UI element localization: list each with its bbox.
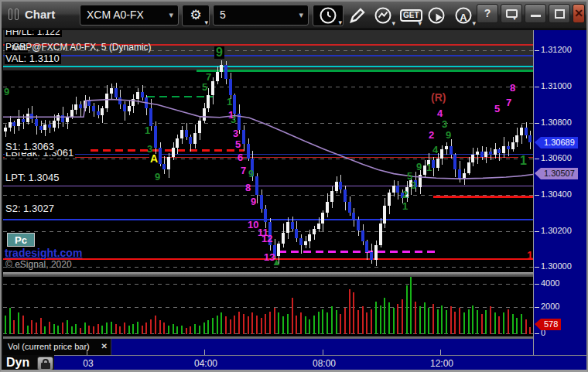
alerts-button[interactable]: A ▾ [450,5,477,26]
time-template-button[interactable]: ▾ [313,5,344,26]
gear-icon: ⚙ [190,8,201,22]
volume-bar [67,320,68,334]
volume-bar [220,312,222,334]
axis-tick [535,87,539,87]
volume-bar [296,316,297,334]
chevron-down-icon: ▾ [391,20,395,26]
volume-bar [313,316,315,334]
chevron-down-icon: ▾ [169,5,173,25]
minimize-button[interactable] [525,4,546,23]
volume-bar [207,320,209,334]
chevron-down-icon: ▾ [472,20,476,26]
time-axis[interactable]: 0304:0008:0012:00 [54,355,588,372]
volume-bar [432,304,434,334]
volume-bar [36,323,37,334]
symbol-dropdown[interactable]: XCM A0-FX ▾ [80,5,179,26]
play-button[interactable] [424,5,449,26]
volume-bar [481,314,483,334]
volume-bar [199,326,200,334]
wave-label: 8 [510,83,515,93]
volume-bar [163,323,165,334]
volume-study-tab[interactable]: Vol (current price bar) ✕ [3,339,111,355]
wave-label: 2 [429,130,434,140]
settings-button[interactable]: ⚙ ▾ [182,5,210,26]
close-tab-icon[interactable]: ✕ [101,339,108,354]
axis-tick [535,159,539,159]
axis-tick [535,267,539,268]
wave-label: 4 [437,108,443,118]
studies-button[interactable]: ▾ [370,5,396,26]
volume-bar [243,314,244,334]
wave-label: ▲ [272,257,282,267]
axis-tick [535,231,539,232]
wave-label: (R) [431,93,446,103]
close-button[interactable]: ✕ [573,4,585,23]
title-bar: Chart XCM A0-FX ▾ ⚙ ▾ 5 ▾ ▾ [2,2,586,29]
wave-label: 1 [426,162,432,172]
price-chart-panel[interactable]: 913A9975139135678910111213▲(R)4239491532… [3,30,533,272]
popout-button[interactable] [501,4,522,23]
pencil-icon [347,6,366,25]
time-label: 08:00 [313,358,336,369]
maximize-button[interactable] [549,4,570,23]
volume-panel[interactable] [3,277,533,336]
volume-bar [318,312,320,334]
volume-bar [194,324,196,334]
axis-label: 1.30200 [541,226,572,235]
wave-label: 3 [442,119,447,129]
volume-bar [498,316,500,334]
volume-bar [176,326,178,334]
interval-value: 5 [220,9,226,21]
volume-bar [309,319,310,335]
volume-bar [203,323,205,334]
volume-bar [230,319,231,335]
wave-label: A [149,154,159,164]
volume-bar [410,277,412,334]
volume-bar [305,316,306,334]
volume-bar [336,310,337,334]
get-data-button[interactable]: GET ▾ [398,5,422,26]
volume-bar [278,312,279,334]
axis-label: 1.31200 [541,45,572,54]
help-icon: ? [484,7,491,19]
wave-label: 2 [402,189,408,200]
wave-label: 9 [446,130,451,140]
volume-bar [516,318,518,334]
line-study-icon [375,8,391,24]
wave-label: 5 [494,104,500,114]
volume-bar [450,306,452,334]
volume-bar [132,324,134,334]
wave-label: 1 [145,125,150,135]
volume-bar [428,308,429,334]
watermark-link[interactable]: tradesight.com [5,247,82,259]
axis-label: 1.30800 [541,118,572,127]
draw-button[interactable] [345,5,368,26]
price-axis[interactable]: 1.312001.310001.308001.306001.304001.302… [533,30,588,372]
volume-bar [477,310,478,334]
wave-label: 9 [416,162,422,172]
volume-bar [326,312,328,334]
volume-bar [9,308,11,334]
lpt-level-label: LPT: 1.3045 [5,172,60,183]
volume-bar [274,308,275,334]
interval-dropdown[interactable]: 5 ▾ [213,5,309,26]
volume-bar [190,326,191,334]
axis-label: 1.30600 [541,153,572,162]
wave-label: 1 [402,201,408,211]
lock-button[interactable] [37,357,53,370]
volume-bar [88,326,90,334]
symbol-value: XCM A0-FX [87,9,144,21]
volume-bar [13,320,15,334]
study-tab-row: Vol (current price bar) ✕ [3,339,533,355]
wave-label: 1 [228,110,234,120]
s1-level-label: S1: 1.3063 [5,142,56,152]
volume-bar [181,326,183,334]
volume-bar [234,316,235,334]
wave-label: 1 [227,97,232,107]
help-button[interactable]: ? [477,4,498,23]
volume-bar [106,323,108,334]
pc-button[interactable]: Pc [7,233,35,247]
volume-bar [463,312,465,334]
last-price-tag-arrow-icon [535,137,541,148]
volume-bar [217,316,218,334]
